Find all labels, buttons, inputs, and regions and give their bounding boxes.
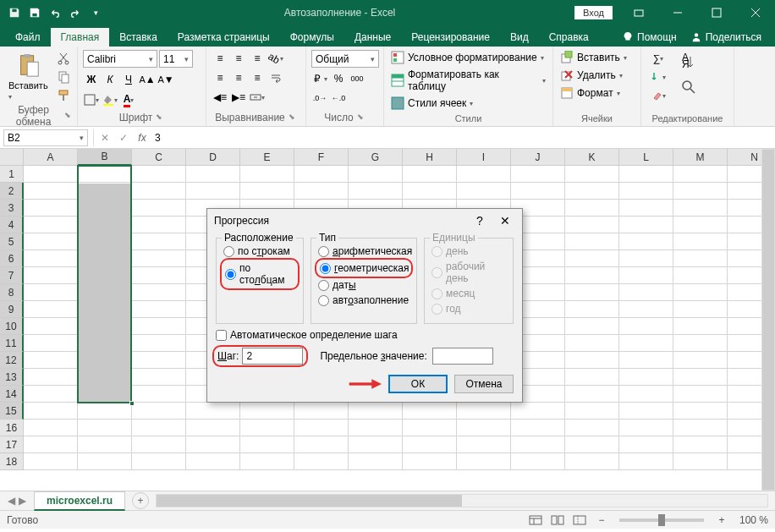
cell[interactable]: [403, 453, 457, 470]
number-format-combo[interactable]: Общий: [311, 50, 379, 68]
cell[interactable]: [132, 183, 186, 200]
tab-insert[interactable]: Вставка: [109, 28, 168, 47]
cell[interactable]: [24, 267, 78, 284]
ribbon-display-icon[interactable]: [619, 0, 658, 25]
border-icon[interactable]: [83, 91, 100, 108]
cell[interactable]: [78, 436, 132, 453]
increase-decimal-icon[interactable]: .0→: [311, 90, 328, 107]
paste-button[interactable]: Вставить: [5, 50, 52, 102]
row-header-13[interactable]: 13: [0, 369, 24, 386]
cell[interactable]: [24, 369, 78, 386]
cell[interactable]: [619, 386, 673, 403]
col-header-J[interactable]: J: [511, 149, 565, 166]
cell[interactable]: [457, 166, 511, 183]
cell[interactable]: [186, 166, 240, 183]
row-header-17[interactable]: 17: [0, 436, 24, 453]
cell[interactable]: [24, 403, 78, 420]
maximize-icon[interactable]: [697, 0, 736, 25]
row-header-8[interactable]: 8: [0, 284, 24, 301]
cell[interactable]: [403, 403, 457, 420]
col-header-H[interactable]: H: [403, 149, 457, 166]
cell[interactable]: [186, 403, 240, 420]
col-header-D[interactable]: D: [186, 149, 240, 166]
cell[interactable]: [673, 284, 728, 301]
cell[interactable]: [673, 420, 728, 436]
align-bottom-icon[interactable]: ≡: [249, 50, 266, 67]
cell[interactable]: [24, 166, 78, 183]
col-header-G[interactable]: G: [349, 149, 403, 166]
cell[interactable]: [673, 335, 728, 352]
conditional-formatting-button[interactable]: Условное форматирование: [389, 50, 546, 65]
cell[interactable]: [403, 420, 457, 436]
dialog-titlebar[interactable]: Прогрессия ? ✕: [207, 209, 522, 233]
row-header-18[interactable]: 18: [0, 453, 24, 470]
sheet-nav[interactable]: ◀ ▶: [0, 495, 34, 507]
checkbox-auto-step[interactable]: Автоматическое определение шага: [216, 324, 514, 346]
minimize-icon[interactable]: [658, 0, 697, 25]
cell[interactable]: [619, 420, 673, 436]
format-cells-button[interactable]: Формат: [558, 85, 622, 101]
cell[interactable]: [565, 284, 619, 301]
tab-data[interactable]: Данные: [344, 28, 401, 47]
cell[interactable]: [565, 301, 619, 318]
cell[interactable]: [565, 453, 619, 470]
cell[interactable]: [619, 183, 673, 200]
cell[interactable]: [294, 436, 349, 453]
cell[interactable]: [24, 335, 78, 352]
wrap-text-icon[interactable]: [267, 69, 284, 86]
cell[interactable]: [673, 352, 728, 369]
row-header-1[interactable]: 1: [0, 166, 24, 183]
align-top-icon[interactable]: ≡: [212, 50, 228, 67]
cell[interactable]: [132, 369, 186, 386]
dialog-close-icon[interactable]: ✕: [495, 212, 515, 229]
cell[interactable]: [619, 453, 673, 470]
cell[interactable]: [457, 420, 511, 436]
formula-input[interactable]: [151, 129, 775, 146]
add-sheet-button[interactable]: +: [132, 492, 149, 509]
cell[interactable]: [78, 217, 132, 233]
cell[interactable]: [673, 403, 728, 420]
limit-input[interactable]: [432, 348, 493, 365]
cell[interactable]: [511, 453, 565, 470]
font-family-combo[interactable]: Calibri: [83, 50, 157, 68]
close-icon[interactable]: [736, 0, 775, 25]
col-header-B[interactable]: B: [78, 149, 132, 166]
ok-button[interactable]: ОК: [388, 375, 448, 393]
cell[interactable]: [619, 436, 673, 453]
tab-file[interactable]: Файл: [5, 28, 51, 47]
cell[interactable]: [619, 335, 673, 352]
cell[interactable]: [565, 267, 619, 284]
cell[interactable]: [565, 352, 619, 369]
cell[interactable]: [619, 318, 673, 335]
login-button[interactable]: Вход: [574, 6, 613, 19]
col-header-A[interactable]: A: [24, 149, 78, 166]
cell[interactable]: [78, 233, 132, 250]
cell[interactable]: [565, 420, 619, 436]
cell[interactable]: [78, 403, 132, 420]
cell[interactable]: [457, 183, 511, 200]
increase-indent-icon[interactable]: ▶≡: [230, 89, 247, 106]
radio-geometric[interactable]: геометрическая: [320, 261, 408, 276]
cell[interactable]: [78, 386, 132, 403]
cell[interactable]: [132, 166, 186, 183]
cell[interactable]: [78, 369, 132, 386]
zoom-in-icon[interactable]: +: [712, 513, 731, 528]
col-header-K[interactable]: K: [565, 149, 619, 166]
sheet-tab-active[interactable]: microexcel.ru: [34, 491, 125, 511]
cell[interactable]: [24, 436, 78, 453]
autosum-icon[interactable]: ∑: [646, 50, 670, 67]
cell[interactable]: [132, 200, 186, 217]
cell[interactable]: [132, 420, 186, 436]
cell[interactable]: [78, 301, 132, 318]
row-header-3[interactable]: 3: [0, 200, 24, 217]
tell-me-button[interactable]: Помощн: [615, 28, 684, 47]
cell[interactable]: [511, 166, 565, 183]
cell[interactable]: [132, 284, 186, 301]
cell[interactable]: [132, 250, 186, 267]
cell[interactable]: [457, 436, 511, 453]
dialog-help-icon[interactable]: ?: [470, 212, 490, 229]
cell[interactable]: [619, 233, 673, 250]
cell[interactable]: [132, 436, 186, 453]
cell[interactable]: [673, 267, 728, 284]
cell[interactable]: [240, 420, 294, 436]
